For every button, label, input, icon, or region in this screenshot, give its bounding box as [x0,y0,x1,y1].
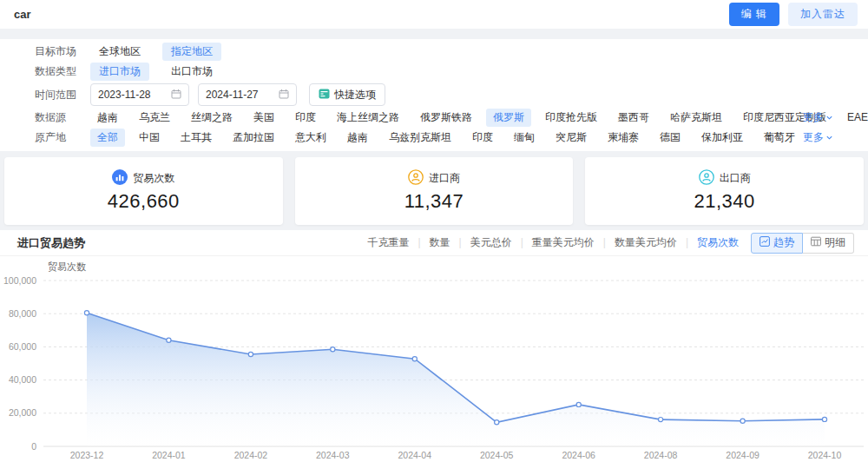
filter-row-target-market: 目标市场 全球地区指定地区 [35,42,833,62]
bar-chart-icon [112,169,128,188]
filter-option[interactable]: 中国 [132,129,167,147]
data-source-options: 越南乌克兰丝绸之路美国印度海上丝绸之路俄罗斯铁路俄罗斯印度抢先版墨西哥哈萨克斯坦… [90,109,803,127]
add-to-radar-button[interactable]: 加入雷达 [788,3,858,26]
filter-row-origin: 原产地 全部中国土耳其孟加拉国意大利越南乌兹别克斯坦印度缅甸突尼斯柬埔寨德国保加… [35,128,833,148]
filter-row-data-source: 数据源 越南乌克兰丝绸之路美国印度海上丝绸之路俄罗斯铁路俄罗斯印度抢先版墨西哥哈… [35,108,833,128]
view-label: 趋势 [773,235,794,250]
metric-toggle[interactable]: 贸易次数 [677,235,739,250]
view-toggle-group: 趋势 明细 [751,233,854,254]
filter-option[interactable]: 出口市场 [162,63,221,81]
stat-card-exporters: 出口商 21,340 [585,157,864,225]
chart-header: 进口贸易趋势 千克重量数量美元总价重量美元均价数量美元均价贸易次数 趋势 明细 [0,230,868,256]
importer-icon [408,169,424,188]
filter-label: 原产地 [35,130,90,145]
stat-value: 21,340 [694,190,755,213]
filter-option[interactable]: EAEU(哈萨克斯坦) [840,109,868,127]
svg-text:2024-08: 2024-08 [644,450,678,460]
svg-text:2024-02: 2024-02 [234,450,268,460]
stat-card-importers: 进口商 11,347 [295,157,574,225]
metric-toggle[interactable]: 数量美元均价 [595,235,677,250]
filter-option[interactable]: 印度抢先版 [538,109,604,127]
data-type-options: 进口市场出口市场 [90,63,833,81]
filter-option[interactable]: 乌兹别克斯坦 [382,129,458,147]
trend-chart-panel: 进口贸易趋势 千克重量数量美元总价重量美元均价数量美元均价贸易次数 趋势 明细 … [0,230,868,462]
filter-option[interactable]: 指定地区 [162,43,221,61]
more-label: 更多 [803,110,824,125]
stat-card-trade-count: 贸易次数 426,660 [4,157,283,225]
filter-option[interactable]: 保加利亚 [694,129,750,147]
filter-label: 时间范围 [35,88,90,102]
stat-label: 出口商 [720,171,751,186]
svg-text:80,000: 80,000 [9,308,36,319]
filter-option[interactable]: 哈萨克斯坦 [663,109,729,127]
stat-label: 进口商 [429,171,460,186]
metric-toggle[interactable]: 数量 [409,235,450,250]
filter-option[interactable]: 柬埔寨 [601,129,646,147]
trend-area-chart: 020,00040,00060,00080,000100,000贸易次数2023… [0,256,868,462]
filter-option[interactable]: 土耳其 [174,129,219,147]
stat-value: 426,660 [108,190,180,213]
filter-option[interactable]: 俄罗斯 [486,109,531,127]
quick-calendar-icon [319,88,330,102]
filter-option[interactable]: 美国 [247,109,281,127]
filter-option[interactable]: 突尼斯 [549,129,594,147]
data-source-more-link[interactable]: 更多 [803,110,833,125]
filter-option[interactable]: 意大利 [288,129,333,147]
stat-label: 贸易次数 [133,171,174,186]
filter-option[interactable]: 印度 [288,109,323,127]
filter-option[interactable]: 俄罗斯铁路 [413,109,479,127]
filter-option[interactable]: 孟加拉国 [226,129,281,147]
metric-toggles: 千克重量数量美元总价重量美元均价数量美元均价贸易次数 [367,235,739,250]
filter-option[interactable]: 乌克兰 [132,109,177,127]
filter-option[interactable]: 墨西哥 [611,109,656,127]
svg-text:2024-05: 2024-05 [480,450,514,460]
filter-option[interactable]: 全部 [90,129,125,147]
filter-row-time-range: 时间范围 快捷选项 [35,82,833,108]
trade-analytics-app: car 编 辑 加入雷达 目标市场 全球地区指定地区 数据类型 进口市场出口市场… [0,0,868,462]
svg-text:2024-03: 2024-03 [316,450,350,460]
filter-row-data-type: 数据类型 进口市场出口市场 [35,62,833,82]
filter-option[interactable]: 全球地区 [90,43,149,61]
filter-label: 数据类型 [35,64,90,79]
svg-text:20,000: 20,000 [9,407,36,418]
start-date-input[interactable] [98,89,169,101]
filter-option[interactable]: 葡萄牙 [757,129,802,147]
filter-option[interactable]: 海上丝绸之路 [330,109,406,127]
quick-options-button[interactable]: 快捷选项 [309,83,385,106]
filter-option[interactable]: 印度 [465,129,500,147]
filter-label: 数据源 [35,110,90,125]
filter-option[interactable]: 进口市场 [90,63,149,81]
quick-options-label: 快捷选项 [334,88,376,102]
edit-button[interactable]: 编 辑 [729,3,779,26]
trend-view-button[interactable]: 趋势 [751,233,803,254]
svg-text:60,000: 60,000 [9,341,36,352]
svg-text:100,000: 100,000 [3,275,36,286]
chevron-down-icon [825,112,833,124]
end-date-picker[interactable] [198,83,297,106]
target-market-options: 全球地区指定地区 [90,43,833,61]
filter-option[interactable]: 丝绸之路 [184,109,240,127]
trend-icon [760,236,770,249]
metric-toggle[interactable]: 美元总价 [450,235,512,250]
topbar-actions: 编 辑 加入雷达 [729,3,858,26]
svg-text:2023-12: 2023-12 [70,450,104,460]
filter-option[interactable]: 越南 [90,109,125,127]
detail-table-icon [811,236,821,249]
filter-option[interactable]: 越南 [340,129,375,147]
start-date-picker[interactable] [90,83,189,106]
filter-option[interactable]: 德国 [653,129,687,147]
origin-more-link[interactable]: 更多 [803,130,833,145]
filter-label: 目标市场 [35,44,90,59]
detail-view-button[interactable]: 明细 [803,233,854,254]
metric-toggle[interactable]: 千克重量 [367,235,409,250]
svg-text:0: 0 [31,441,36,452]
svg-text:2024-01: 2024-01 [152,450,186,460]
svg-text:2024-09: 2024-09 [726,450,760,460]
filter-option[interactable]: 缅甸 [507,129,542,147]
top-bar: car 编 辑 加入雷达 [0,0,868,29]
filter-panel: 目标市场 全球地区指定地区 数据类型 进口市场出口市场 时间范围 [0,39,868,151]
metric-toggle[interactable]: 重量美元均价 [512,235,595,250]
svg-text:2024-10: 2024-10 [808,450,842,460]
end-date-input[interactable] [206,89,277,101]
chart-title: 进口贸易趋势 [17,235,85,251]
